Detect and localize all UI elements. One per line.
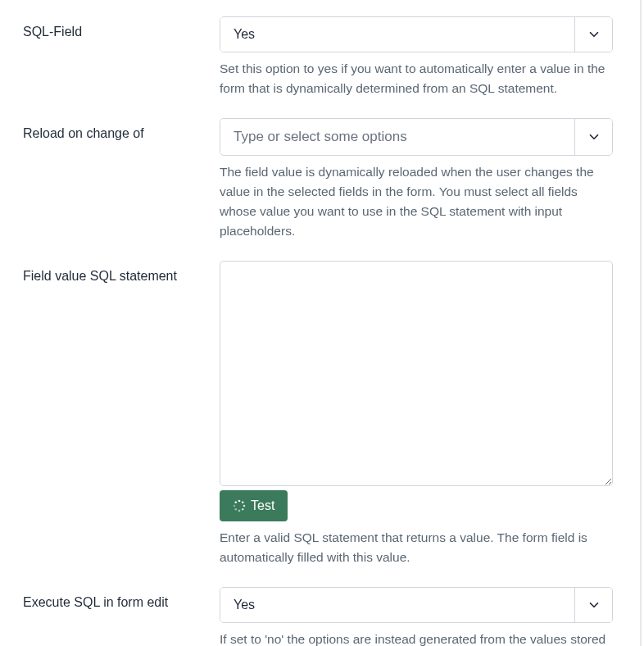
svg-point-5 [234,508,237,511]
sql-field-select[interactable]: Yes [220,16,613,52]
reload-on-change-placeholder: Type or select some options [220,120,574,154]
svg-point-7 [234,502,237,504]
right-divider [640,0,642,646]
svg-point-0 [238,500,241,503]
row-sql-statement: Field value SQL statement Tes [23,261,613,567]
test-button[interactable]: Test [220,490,288,521]
row-execute-in-edit: Execute SQL in form edit Yes If set to '… [23,587,613,646]
row-reload-on-change: Reload on change of Type or select some … [23,118,613,241]
chevron-down-icon [587,598,601,612]
control-execute-in-edit: Yes If set to 'no' the options are inste… [220,587,613,646]
help-sql-statement: Enter a valid SQL statement that returns… [220,528,613,567]
svg-point-2 [243,505,246,507]
control-sql-statement: Test Enter a valid SQL statement that re… [220,261,613,567]
sql-field-select-value: Yes [220,17,574,52]
execute-in-edit-select-value: Yes [220,588,574,622]
control-sql-field: Yes Set this option to yes if you want t… [220,16,613,98]
sql-field-select-handle[interactable] [574,17,612,52]
label-execute-in-edit: Execute SQL in form edit [23,587,220,610]
spinner-icon [233,499,246,512]
label-sql-field: SQL-Field [23,16,220,39]
execute-in-edit-select-handle[interactable] [574,588,612,622]
svg-point-6 [234,505,236,507]
label-reload-on-change: Reload on change of [23,118,220,141]
svg-point-3 [242,508,244,511]
test-button-label: Test [251,498,274,513]
svg-point-4 [238,510,241,512]
chevron-down-icon [587,27,601,42]
help-reload-on-change: The field value is dynamically reloaded … [220,162,613,241]
help-sql-field: Set this option to yes if you want to au… [220,59,613,98]
row-sql-field: SQL-Field Yes Set this option to yes if … [23,16,613,98]
execute-in-edit-select[interactable]: Yes [220,587,613,623]
sql-statement-textarea[interactable] [220,261,613,486]
svg-point-1 [242,502,244,504]
help-execute-in-edit: If set to 'no' the options are instead g… [220,630,613,646]
form-area: SQL-Field Yes Set this option to yes if … [0,0,636,646]
reload-on-change-select[interactable]: Type or select some options [220,118,613,156]
label-sql-statement: Field value SQL statement [23,261,220,284]
control-reload-on-change: Type or select some options The field va… [220,118,613,241]
reload-on-change-select-handle[interactable] [574,119,612,155]
chevron-down-icon [587,130,601,144]
